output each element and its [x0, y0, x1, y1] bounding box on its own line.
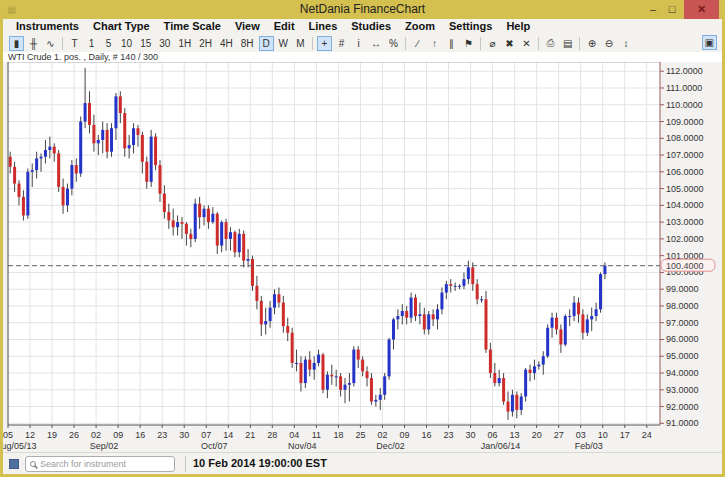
x-axis-label: 24: [642, 430, 652, 440]
candle: [26, 172, 29, 216]
menu-item-zoom[interactable]: Zoom: [398, 19, 442, 34]
candle: [216, 214, 219, 246]
search-input[interactable]: [40, 459, 170, 469]
candle: [432, 314, 435, 319]
candle: [524, 370, 527, 397]
toolbar-percent-scale-button[interactable]: %: [386, 36, 401, 51]
toolbar-line-chart-button[interactable]: ∿: [43, 36, 58, 51]
minimize-button[interactable]: –: [644, 0, 662, 19]
toolbar: ▣ ▮╫∿T151015301H2H4H8HDWM+#i↔%∕↑∥⚑⌀✖✕⎙▤⊕…: [3, 34, 722, 52]
y-axis-label: 102.0000: [666, 234, 704, 244]
toolbar-timeframe-2H-button[interactable]: 2H: [196, 36, 215, 51]
candle: [198, 204, 201, 217]
toolbar-info-button[interactable]: i: [351, 36, 366, 51]
toolbar-zoom-in-button[interactable]: ⊕: [584, 36, 599, 51]
candle: [339, 376, 342, 389]
toolbar-scroll-horizontal-button[interactable]: ↔: [368, 36, 384, 51]
dock-panel-button[interactable]: ▣: [702, 35, 717, 50]
title-bar: ▦ NetDania FinanceChart – □ ✕: [0, 0, 725, 19]
candle: [352, 350, 355, 384]
candle: [251, 259, 254, 286]
workspace-grid-icon[interactable]: [9, 459, 19, 469]
toolbar-timeframe-W-button[interactable]: W: [276, 36, 291, 51]
toolbar-candlestick-chart-button[interactable]: ▮: [9, 36, 24, 51]
menu-item-settings[interactable]: Settings: [442, 19, 499, 34]
candle: [167, 212, 170, 220]
candle: [568, 316, 571, 317]
toolbar-trend-line-button[interactable]: ∕: [410, 36, 425, 51]
toolbar-parallel-channel-button[interactable]: ∥: [444, 36, 459, 51]
candle: [480, 299, 483, 300]
toolbar-fit-vertical-button[interactable]: ↕: [618, 36, 633, 51]
x-axis-label: 02: [91, 430, 101, 440]
toolbar-timeframe-T-button[interactable]: T: [67, 36, 82, 51]
candle: [366, 371, 369, 378]
toolbar-delete-all-button[interactable]: ✕: [519, 36, 534, 51]
toolbar-separator: [538, 37, 539, 50]
y-axis-label: 105.0000: [666, 184, 704, 194]
y-axis-label: 111.0000: [666, 83, 702, 93]
candle: [154, 137, 157, 166]
toolbar-flag-marker-button[interactable]: ⚑: [461, 36, 476, 51]
y-axis-label: 97.0000: [666, 318, 699, 328]
candle: [533, 366, 536, 373]
y-axis-label: 103.0000: [666, 217, 704, 227]
toolbar-grid-toggle-button[interactable]: #: [334, 36, 349, 51]
x-axis-month-label: Jan/06/14: [481, 441, 521, 451]
candle: [233, 232, 236, 252]
toolbar-timeframe-M-button[interactable]: M: [293, 36, 308, 51]
menu-item-help[interactable]: Help: [499, 19, 537, 34]
menu-item-edit[interactable]: Edit: [267, 19, 302, 34]
x-axis-label: 09: [113, 430, 123, 440]
y-axis-label: 98.0000: [666, 301, 699, 311]
x-axis-label: 30: [466, 430, 476, 440]
candle: [304, 360, 307, 383]
instrument-search-box[interactable]: [25, 456, 175, 472]
candle: [467, 267, 470, 279]
toolbar-timeframe-5-button[interactable]: 5: [101, 36, 116, 51]
toolbar-group: ⎙▤: [542, 36, 576, 51]
menu-item-view[interactable]: View: [228, 19, 267, 34]
toolbar-timeframe-10-button[interactable]: 10: [118, 36, 135, 51]
toolbar-timeframe-30-button[interactable]: 30: [156, 36, 173, 51]
toolbar-vertical-line-button[interactable]: ↑: [427, 36, 442, 51]
toolbar-zoom-out-button[interactable]: ⊖: [601, 36, 616, 51]
menu-item-time-scale[interactable]: Time Scale: [157, 19, 228, 34]
x-axis-label: 04: [289, 430, 299, 440]
y-axis-label: 109.0000: [666, 117, 704, 127]
candle: [396, 316, 399, 319]
candle: [388, 339, 391, 376]
candle: [335, 376, 338, 377]
maximize-button[interactable]: □: [663, 0, 681, 19]
toolbar-timeframe-1H-button[interactable]: 1H: [175, 36, 194, 51]
toolbar-eraser-button[interactable]: ⌀: [485, 36, 500, 51]
x-axis-label: 20: [532, 430, 542, 440]
toolbar-timeframe-1-button[interactable]: 1: [84, 36, 99, 51]
menu-item-lines[interactable]: Lines: [302, 19, 345, 34]
candle: [123, 113, 126, 148]
toolbar-delete-selected-button[interactable]: ✖: [502, 36, 517, 51]
menu-item-instruments[interactable]: Instruments: [9, 19, 86, 34]
chart-canvas[interactable]: 91.000092.000093.000094.000095.000096.00…: [3, 62, 722, 452]
candle: [203, 209, 206, 217]
toolbar-timeframe-D-button[interactable]: D: [259, 36, 274, 51]
toolbar-timeframe-4H-button[interactable]: 4H: [217, 36, 236, 51]
menu-item-chart-type[interactable]: Chart Type: [86, 19, 157, 34]
chart-region: WTI Crude 1. pos. , Daily, # 140 / 300 9…: [3, 52, 722, 452]
toolbar-timeframe-15-button[interactable]: 15: [137, 36, 154, 51]
candle: [145, 162, 148, 182]
toolbar-print-button[interactable]: ⎙: [543, 36, 558, 51]
candle: [405, 311, 408, 318]
toolbar-export-button[interactable]: ▤: [560, 36, 575, 51]
candle: [471, 267, 474, 284]
candle: [269, 308, 272, 321]
toolbar-separator: [405, 37, 406, 50]
menu-item-studies[interactable]: Studies: [344, 19, 398, 34]
x-axis-label: 23: [157, 430, 167, 440]
candle: [317, 355, 320, 363]
candle: [40, 157, 43, 159]
toolbar-ohlc-bar-chart-button[interactable]: ╫: [26, 36, 41, 51]
toolbar-timeframe-8H-button[interactable]: 8H: [238, 36, 257, 51]
toolbar-crosshair-button[interactable]: +: [317, 36, 332, 51]
close-button[interactable]: ✕: [684, 0, 719, 19]
